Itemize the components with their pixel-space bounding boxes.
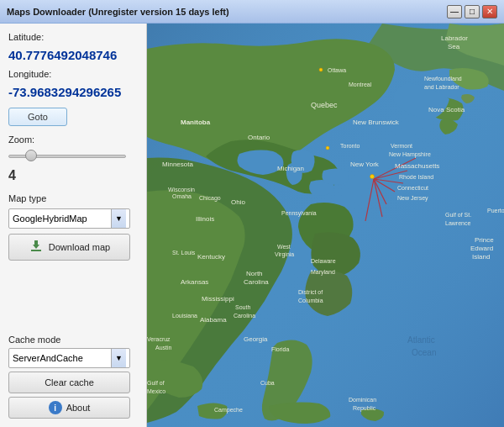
svg-text:Prince: Prince [475,236,494,244]
cache-section: Cache mode ServerAndCache ▼ Clear cache … [8,331,138,419]
map-type-dropdown[interactable]: GoogleHybridMap ▼ [8,208,130,229]
svg-text:Newfoundland: Newfoundland [424,76,462,82]
svg-text:Michigan: Michigan [277,165,304,172]
svg-text:Toronto: Toronto [340,143,360,149]
about-label: About [66,403,91,413]
svg-marker-1 [33,240,39,249]
info-icon: i [49,401,62,414]
svg-text:Connecticut: Connecticut [397,185,428,191]
svg-text:Ontario: Ontario [248,134,270,141]
svg-text:New Brunswick: New Brunswick [353,119,400,126]
minimize-button[interactable]: — [447,5,462,18]
maximize-button[interactable]: □ [465,5,480,18]
cache-mode-value: ServerAndCache [13,353,83,363]
download-map-button[interactable]: Download map [8,234,130,261]
zoom-label: Zoom: [8,134,138,145]
left-panel: Latitude: 40.7776492048746 Longitude: -7… [0,24,147,427]
svg-text:Ohio: Ohio [231,198,245,206]
about-button[interactable]: i About [8,397,130,419]
zoom-section: Zoom: 4 [8,134,138,185]
svg-text:Dominican: Dominican [349,397,376,403]
download-icon [29,239,44,256]
cache-mode-dropdown[interactable]: ServerAndCache ▼ [8,348,130,368]
svg-text:Ottawa: Ottawa [328,67,346,73]
svg-text:Island: Island [472,253,490,261]
close-button[interactable]: ✕ [482,5,497,18]
title-bar-buttons: — □ ✕ [447,5,497,18]
svg-text:Alabama: Alabama [200,316,227,324]
svg-text:Mexico: Mexico [147,388,165,394]
main-container: Latitude: 40.7776492048746 Longitude: -7… [0,24,504,427]
clear-cache-button[interactable]: Clear cache [8,372,130,393]
svg-text:New Jersey: New Jersey [397,195,428,202]
svg-text:Chicago: Chicago [199,195,221,202]
svg-text:Mississippi: Mississippi [202,295,234,303]
svg-text:Wisconsin: Wisconsin [168,187,195,192]
svg-text:New Hampshire: New Hampshire [389,151,431,158]
svg-text:Sea: Sea [448,43,460,50]
svg-text:Manitoba: Manitoba [181,119,211,126]
svg-text:Kentucky: Kentucky [197,253,225,261]
svg-point-74 [319,68,323,71]
svg-text:Montreal: Montreal [349,82,372,87]
svg-text:Puerto: Puerto [487,208,504,214]
svg-text:St. Louis: St. Louis [172,250,196,256]
latitude-value: 40.7776492048746 [8,48,138,62]
svg-text:Ocean: Ocean [412,348,436,357]
title-bar: Maps Downloader (Unregister version 15 d… [0,0,504,24]
svg-text:Nova Scotia: Nova Scotia [428,106,465,113]
svg-text:Columbia: Columbia [298,298,323,303]
svg-text:South: South [235,304,250,310]
svg-text:Virginia: Virginia [275,251,294,258]
svg-text:Arkansas: Arkansas [181,278,208,286]
svg-text:Illinois: Illinois [196,215,214,223]
svg-text:Georgia: Georgia [244,335,268,343]
svg-text:Republic: Republic [353,405,376,412]
svg-text:North: North [246,270,263,277]
svg-text:Massachusetts: Massachusetts [395,162,439,170]
svg-text:District of: District of [298,289,323,295]
goto-button[interactable]: Goto [8,108,67,126]
svg-text:Louisiana: Louisiana [172,313,197,319]
zoom-thumb[interactable] [25,150,37,161]
svg-text:Delaware: Delaware [311,258,336,264]
svg-text:Gulf of St.: Gulf of St. [445,212,471,218]
svg-text:Carolina: Carolina [244,278,269,286]
svg-text:Austin: Austin [155,345,172,351]
spacer [8,266,138,326]
svg-text:Carolina: Carolina [234,313,255,319]
cache-mode-dropdown-arrow: ▼ [111,349,126,367]
svg-text:Maryland: Maryland [311,269,335,276]
svg-text:Edward: Edward [470,245,493,252]
longitude-value: -73.9683294296265 [8,85,138,99]
map-type-label: Map type [8,193,138,203]
svg-text:Labrador: Labrador [441,34,468,42]
svg-text:Rhode Island: Rhode Island [399,174,433,180]
svg-point-73 [326,146,329,150]
svg-text:Veracruz: Veracruz [147,336,171,342]
svg-point-72 [370,175,375,179]
svg-text:Minnesota: Minnesota [162,161,193,168]
download-map-label: Download map [49,242,110,252]
map-canvas: Atlantic Ocean Manitoba Minnesota Wiscon… [147,24,504,427]
svg-rect-0 [31,250,41,251]
svg-text:Pennsylvania: Pennsylvania [281,210,317,217]
map-area[interactable]: Atlantic Ocean Manitoba Minnesota Wiscon… [147,24,504,427]
svg-text:and Labrador: and Labrador [424,84,459,90]
svg-text:Florida: Florida [271,346,290,352]
title-bar-text: Maps Downloader (Unregister version 15 d… [7,7,229,17]
map-type-value: GoogleHybridMap [13,214,87,224]
zoom-value: 4 [8,168,138,183]
cache-mode-label: Cache mode [8,335,138,345]
svg-text:Cuba: Cuba [260,380,275,386]
svg-text:Vermont: Vermont [391,143,412,149]
svg-text:West: West [277,244,291,250]
svg-text:Gulf of: Gulf of [147,380,165,386]
map-type-dropdown-arrow: ▼ [111,209,126,228]
clear-cache-label: Clear cache [45,377,94,387]
svg-text:Campeche: Campeche [214,407,243,414]
zoom-slider-container[interactable] [8,148,126,165]
svg-text:Omaha: Omaha [172,193,192,199]
svg-text:Atlantic: Atlantic [407,335,435,345]
svg-text:Quebec: Quebec [311,101,338,109]
